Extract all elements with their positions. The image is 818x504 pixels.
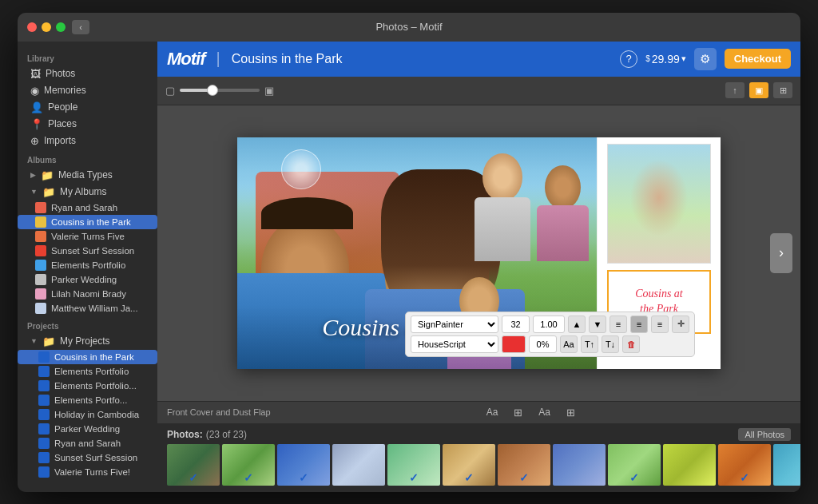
sidebar-item-my-albums[interactable]: ▼ 📁 My Albums (18, 184, 157, 200)
photo-thumb[interactable] (773, 444, 800, 486)
photo-thumb[interactable]: ✓ (277, 444, 330, 486)
photo-thumb[interactable]: ✓ (443, 444, 495, 486)
sidebar-subitem-proj-cousins[interactable]: Cousins in the Park (18, 350, 157, 364)
gear-icon: ⚙ (700, 52, 710, 66)
sidebar-item-imports[interactable]: ⊕ Imports (18, 133, 157, 149)
photo-thumb[interactable]: ✓ (167, 444, 220, 486)
tracking-input[interactable] (533, 315, 565, 333)
style-btn-3[interactable]: T↓ (602, 335, 619, 353)
folder-icon: 📁 (41, 169, 54, 181)
photo-thumb[interactable]: ✓ (718, 444, 771, 486)
sidebar-subitem-matthew[interactable]: Matthew William Ja... (18, 301, 157, 315)
toolbar-right: ↑ ▣ ⊞ (725, 82, 792, 98)
photo-thumb[interactable]: ✓ (608, 444, 661, 486)
motif-header: Motif | Cousins in the Park ? $ 29.99 ▾ … (157, 42, 800, 77)
sidebar-item-label: Elements Portfolio... (54, 381, 137, 391)
font-selector-2[interactable]: HouseScript (411, 335, 498, 353)
align-right-button[interactable]: ≡ (651, 315, 669, 333)
photo-thumb[interactable] (553, 444, 606, 486)
photo-thumb[interactable]: ✓ (498, 444, 550, 486)
project-icon (38, 409, 50, 420)
close-button[interactable] (27, 22, 37, 32)
checkmark-icon: ✓ (464, 471, 474, 484)
color-swatch[interactable] (502, 335, 526, 353)
sidebar-item-label: Elements Portfo... (54, 395, 127, 405)
tracking-down-button[interactable]: ▼ (589, 315, 606, 333)
sidebar-subitem-sunset[interactable]: Sunset Surf Session (18, 244, 157, 258)
font-selector-1[interactable]: SignPainter (411, 315, 498, 333)
style-btn-1[interactable]: Aa (560, 335, 578, 353)
checkout-button[interactable]: Checkout (725, 49, 791, 69)
transform-button[interactable]: ✛ (672, 315, 689, 333)
sidebar-item-label: My Projects (60, 335, 110, 347)
photo-thumb[interactable]: ✓ (387, 444, 440, 486)
font-size-input[interactable] (502, 315, 530, 333)
sidebar-subitem-cousins-park[interactable]: Cousins in the Park (18, 215, 157, 229)
sidebar-item-photos[interactable]: 🖼 Photos (18, 65, 157, 82)
sidebar-item-my-projects[interactable]: ▼ 📁 My Projects (18, 333, 157, 350)
nav-next-button[interactable]: › (770, 233, 792, 273)
all-photos-button[interactable]: All Photos (738, 428, 791, 441)
photo-thumb[interactable] (663, 444, 716, 486)
folder-icon: 📁 (42, 186, 55, 198)
help-button[interactable]: ? (620, 50, 637, 68)
back-button[interactable]: ‹ (72, 20, 89, 34)
view-double-button[interactable]: ▣ (749, 82, 768, 98)
sidebar-subitem-lilah[interactable]: Lilah Naomi Brady (18, 287, 157, 301)
photo-thumb[interactable] (332, 444, 385, 486)
upload-button[interactable]: ↑ (725, 82, 745, 98)
photos-strip-area: Photos: (23 of 23) All Photos ✓ ✓ ✓ (157, 423, 800, 492)
album-icon (35, 216, 46, 228)
delete-button[interactable]: 🗑 (622, 335, 640, 353)
project-icon (38, 466, 50, 478)
project-icon (38, 423, 50, 435)
checkmark-icon: ✓ (629, 471, 639, 484)
align-left-button[interactable]: ≡ (610, 315, 627, 333)
title-bar: ‹ Photos – Motif (18, 13, 800, 42)
layout-grid-left-icon: ⊞ (514, 407, 522, 419)
sidebar-item-people[interactable]: 👤 People (18, 99, 157, 116)
people-icon: 👤 (30, 101, 43, 113)
zoom-slider[interactable] (180, 89, 260, 92)
sidebar-subitem-proj-elements3[interactable]: Elements Portfo... (18, 393, 157, 407)
view-grid-button[interactable]: ⊞ (773, 82, 792, 98)
checkmark-icon: ✓ (299, 471, 308, 484)
bubble-photo-bg (608, 145, 710, 263)
price-superscript: $ (645, 54, 650, 63)
sidebar-subitem-proj-elements2[interactable]: Elements Portfolio... (18, 379, 157, 393)
status-bar: Front Cover and Dust Flap Aa ⊞ Aa ⊞ (157, 401, 800, 423)
sidebar-item-memories[interactable]: ◉ Memories (18, 82, 157, 99)
sidebar-item-label: Holiday in Cambodia (54, 410, 139, 419)
photo-thumb[interactable]: ✓ (222, 444, 275, 486)
sidebar-subitem-valerie[interactable]: Valerie Turns Five (18, 229, 157, 244)
album-icon (35, 202, 46, 213)
sidebar-item-label: Imports (44, 135, 76, 146)
checkmark-icon: ✓ (189, 471, 198, 484)
opacity-input[interactable] (529, 335, 557, 353)
sidebar-item-places[interactable]: 📍 Places (18, 116, 157, 133)
sidebar-item-media-types[interactable]: ▶ 📁 Media Types (18, 167, 157, 184)
maximize-button[interactable] (56, 22, 66, 32)
sidebar-subitem-proj-parker[interactable]: Parker Wedding (18, 422, 157, 436)
sidebar-subitem-proj-valerie[interactable]: Valerie Turns Five! (18, 465, 157, 479)
header-divider: | (216, 50, 220, 68)
sidebar-subitem-elements[interactable]: Elements Portfolio (18, 258, 157, 272)
checkmark-icon: ✓ (740, 471, 749, 484)
sidebar-item-label: Elements Portfolio (54, 367, 129, 376)
sidebar-subitem-ryan-sarah[interactable]: Ryan and Sarah (18, 200, 157, 215)
sidebar-subitem-proj-holiday[interactable]: Holiday in Cambodia (18, 407, 157, 422)
align-center-button[interactable]: ≡ (630, 315, 648, 333)
sidebar-subitem-proj-ryan[interactable]: Ryan and Sarah (18, 436, 157, 450)
sidebar-subitem-proj-sunset[interactable]: Sunset Surf Session (18, 450, 157, 465)
tracking-up-button[interactable]: ▲ (568, 315, 586, 333)
style-btn-2[interactable]: T↑ (581, 335, 598, 353)
gear-button[interactable]: ⚙ (694, 48, 717, 70)
minimize-button[interactable] (42, 22, 51, 32)
sidebar-subitem-parker[interactable]: Parker Wedding (18, 272, 157, 287)
font-aa-right: Aa (538, 407, 550, 418)
sidebar-item-label: Cousins in the Park (51, 217, 131, 227)
sidebar-item-label: Parker Wedding (51, 275, 117, 284)
album-icon (35, 245, 46, 256)
photos-header: Photos: (23 of 23) All Photos (157, 423, 800, 444)
sidebar-subitem-proj-elements1[interactable]: Elements Portfolio (18, 364, 157, 379)
